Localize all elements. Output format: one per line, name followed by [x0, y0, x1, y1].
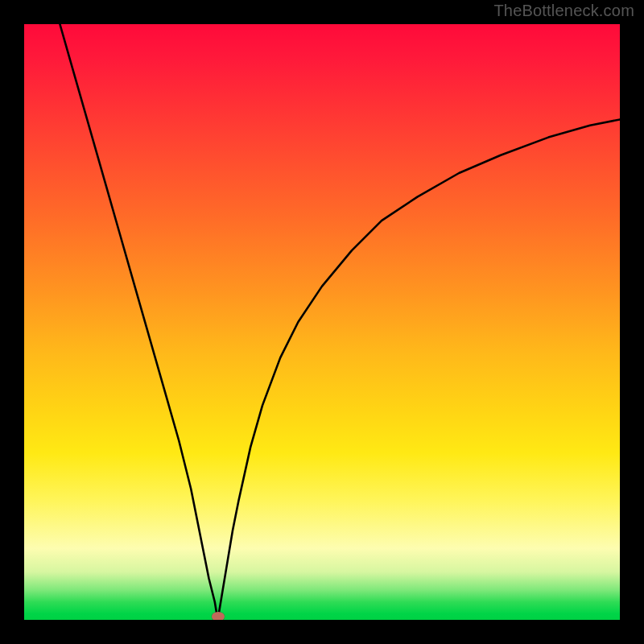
- curve-svg: [24, 24, 620, 620]
- bottleneck-curve-path: [60, 24, 620, 620]
- watermark-text: TheBottleneck.com: [493, 2, 634, 20]
- chart-frame: TheBottleneck.com: [0, 0, 644, 644]
- minimum-marker: [212, 612, 225, 620]
- plot-area: [24, 24, 620, 620]
